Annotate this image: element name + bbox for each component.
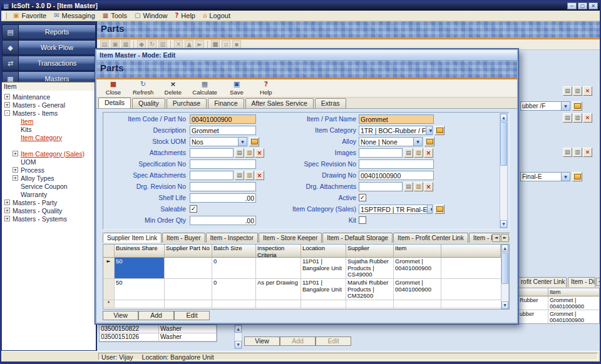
active-checkbox[interactable]: ✓ [359, 194, 366, 201]
new-row-icon[interactable]: * [103, 300, 115, 308]
tab-details[interactable]: Details [98, 98, 131, 108]
item-category-sales-lookup-button[interactable] [434, 205, 444, 214]
grid-cell[interactable]: Washer [159, 333, 217, 341]
drg-revision-no-input[interactable] [190, 182, 256, 191]
spec-attachments-input[interactable] [190, 171, 234, 180]
doc-icon[interactable]: ▤ [563, 113, 572, 123]
grid-cell-supplier-part-no[interactable] [165, 258, 212, 279]
background-toolbar-icon[interactable]: ◆ [137, 40, 146, 49]
grid-cell[interactable]: Grommet | 00401000900 [548, 310, 600, 324]
grid-cell[interactable]: Grommet | 00401000900 [548, 296, 600, 310]
menu-messaging[interactable]: ✉Messaging [50, 11, 99, 20]
shelf-life-input[interactable] [190, 193, 256, 203]
tree-item-item-category[interactable]: Item Category [2, 133, 96, 141]
grid-cell-item[interactable]: Grommet | 00401000900 [394, 279, 441, 300]
background-toolbar-icon[interactable]: ▥ [158, 40, 167, 49]
tab-item-default-storage[interactable]: Item - Default Storage [322, 233, 393, 243]
background-edit-button[interactable]: Edit [316, 336, 351, 346]
attachments-clear-button[interactable]: × [255, 148, 264, 158]
grid-cell-supplier[interactable]: Maruthi Rubber Products | CM32600 [346, 279, 394, 300]
grid-cell[interactable]: 03500151026 [100, 333, 159, 341]
stock-uom-lookup-button[interactable] [249, 137, 259, 146]
doc-icon[interactable]: ▤ [563, 148, 572, 157]
save-button[interactable]: ▣Save [225, 81, 249, 96]
tree-item-masters-items[interactable]: -Masters - Items [2, 109, 96, 117]
background-tab-item-dimensions[interactable]: Item - Dime [568, 277, 595, 287]
drg-attachments-input[interactable] [359, 182, 403, 191]
menu-favorite[interactable]: ▣Favorite [9, 11, 50, 20]
dropdown-arrow-icon[interactable]: ▼ [561, 173, 570, 181]
lookup-button[interactable] [572, 101, 582, 111]
background-toolbar-icon[interactable]: ▪ [232, 40, 241, 49]
background-scrollbar[interactable]: ▲ ▼ [234, 325, 242, 349]
tab-purchase[interactable]: Purchase [167, 98, 207, 108]
grid-cell-location[interactable]: 11P01 | Bangalore Unit [301, 279, 346, 300]
menu-help[interactable]: ?Help [172, 11, 199, 20]
background-dropdown[interactable]: ubber /F ▼ [520, 101, 570, 111]
tree-item-warranty[interactable]: Warranty [2, 190, 96, 198]
tree-item-process[interactable]: +Process [2, 166, 96, 174]
tab-after-sales-service[interactable]: After Sales Service [245, 98, 314, 108]
column-header-item[interactable]: Item [548, 288, 600, 296]
alloy-lookup-button[interactable] [424, 137, 434, 146]
tab-item-profit-center-link[interactable]: Item - Profit Center Link [393, 233, 468, 243]
toolbar-grip[interactable] [4, 13, 7, 19]
column-header-supplier-part-no[interactable]: Supplier Part No [165, 245, 212, 258]
expand-icon[interactable]: + [4, 216, 10, 221]
scroll-up-icon[interactable]: ▲ [235, 325, 242, 333]
grid-cell-item[interactable]: Grommet | 00401000900 [394, 258, 441, 279]
tab-supplier-item-link[interactable]: Supplier Item Link [103, 233, 162, 243]
folder-icon[interactable]: ▥ [573, 148, 582, 157]
grid-cell-supplier[interactable]: Sujatha Rubber Products | CS49000 [346, 258, 394, 279]
scroll-down-icon[interactable]: ▼ [500, 220, 507, 228]
column-header-item[interactable]: Item [394, 245, 441, 258]
folder-icon[interactable]: ▥ [573, 86, 582, 96]
background-dropdown[interactable]: Final-E ▼ [520, 172, 570, 181]
spec-attachments-open-button[interactable]: ▥ [245, 171, 254, 180]
tree-item-item-category-production[interactable] [2, 141, 96, 149]
grid-cell[interactable]: Washer [159, 325, 217, 333]
tab-item-buyer[interactable]: Item - Buyer [162, 233, 205, 243]
expand-icon[interactable]: + [4, 102, 10, 108]
background-toolbar-icon[interactable]: ▦ [121, 40, 130, 49]
background-toolbar-icon[interactable]: ■ [211, 40, 220, 49]
form-scrollbar[interactable]: ▲ ▼ [500, 113, 508, 228]
grid-cell-location[interactable]: 11P01 | Bangalore Unit [301, 258, 346, 279]
attachments-input[interactable] [190, 148, 234, 158]
background-tab-profit-center-link[interactable]: rofit Center Link [518, 277, 567, 287]
spec-revision-no-input[interactable] [359, 159, 434, 169]
expand-icon[interactable]: + [13, 151, 18, 156]
sidebar-button-workflow[interactable]: ◆ Work Plow [2, 40, 96, 55]
x-icon[interactable]: × [583, 86, 592, 96]
column-header-location[interactable]: Location [301, 245, 346, 258]
background-add-button[interactable]: Add [280, 336, 316, 346]
menu-tools[interactable]: ▦Tools [99, 11, 131, 20]
maximize-icon[interactable]: ▢ [578, 3, 587, 9]
scroll-down-icon[interactable]: ▼ [501, 301, 508, 309]
help-button[interactable]: ?Help [254, 81, 278, 96]
tab-item-store-keeper[interactable]: Item - Store Keeper [259, 233, 322, 243]
x-icon[interactable]: × [583, 113, 592, 123]
item-code-input[interactable] [190, 114, 256, 124]
item-category-sales-select[interactable]: 1SPTRFD | TR Final-E ▼ [359, 205, 433, 214]
current-row-icon[interactable]: ► [103, 258, 115, 279]
sidebar-button-transactions[interactable]: ⇄ Transactions [2, 56, 96, 71]
scrollbar-thumb[interactable] [501, 253, 508, 284]
background-toolbar-icon[interactable]: ↻ [148, 40, 157, 49]
drg-attachments-open-button[interactable]: ▥ [414, 182, 423, 191]
attachments-open-button[interactable]: ▥ [245, 148, 254, 158]
images-clear-button[interactable]: × [424, 148, 433, 158]
close-icon[interactable]: ✕ [588, 3, 598, 9]
close-button[interactable]: ■Close [101, 81, 125, 96]
drawing-no-input[interactable] [359, 171, 434, 180]
specification-no-input[interactable] [190, 159, 256, 169]
tree-item-alloy-types[interactable]: +Alloy Types [2, 174, 96, 182]
tree-item-uom[interactable]: UOM [2, 158, 96, 166]
tree-item-maintenance[interactable]: +Maintenance [2, 93, 96, 101]
images-input[interactable] [359, 148, 403, 158]
scroll-down-icon[interactable]: ▼ [235, 341, 242, 348]
drg-attachments-clear-button[interactable]: × [424, 182, 433, 191]
grid-cell-business-share[interactable]: 50 [115, 279, 165, 300]
add-button[interactable]: Add [138, 311, 174, 320]
x-icon[interactable]: × [583, 148, 592, 157]
